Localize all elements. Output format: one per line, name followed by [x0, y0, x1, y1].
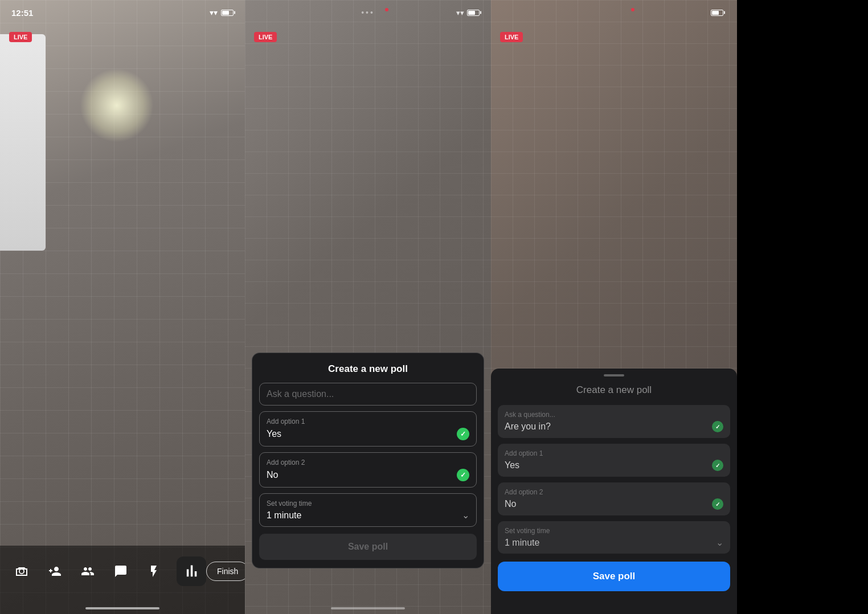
group-icon[interactable]	[77, 561, 98, 582]
voting-time-row: 1 minute ⌄	[505, 537, 723, 548]
home-indicator	[85, 607, 159, 609]
live-badge: LIVE	[254, 32, 277, 42]
voting-time-label: Set voting time	[505, 527, 723, 535]
modal-title: Create a new poll	[252, 353, 484, 383]
option2-check-icon	[712, 498, 723, 510]
option2-field[interactable]: Add option 2 No	[259, 452, 477, 488]
light-effect	[80, 68, 154, 142]
option1-check-icon	[712, 460, 723, 471]
time-display: 12:51	[11, 8, 33, 18]
recording-dot	[631, 8, 634, 11]
chevron-down-icon: ⌄	[462, 510, 469, 521]
option2-value-row: No	[505, 498, 723, 510]
toolbar: Finish	[0, 546, 245, 614]
option1-value: Yes	[505, 460, 519, 470]
status-bar: 12:51 ▾▾	[0, 0, 245, 25]
option2-value-row: No	[267, 469, 469, 481]
option2-value: No	[267, 470, 278, 480]
chat-icon[interactable]	[110, 561, 131, 582]
status-right-icons: ▾▾	[456, 9, 480, 17]
option1-value-row: Yes	[267, 428, 469, 440]
option1-label: Add option 1	[505, 449, 723, 457]
question-check-icon	[712, 421, 723, 432]
question-placeholder: Ask a question...	[267, 389, 469, 399]
status-bar	[491, 0, 737, 25]
voting-time-value: 1 minute	[267, 510, 301, 521]
create-poll-modal: Create a new poll Ask a question... Add …	[252, 353, 484, 568]
option2-field[interactable]: Add option 2 No	[498, 482, 730, 515]
status-bar: ••• ▾▾	[245, 0, 491, 25]
question-field[interactable]: Ask a question... Are you in?	[498, 405, 730, 438]
battery-icon	[467, 10, 480, 16]
panel-right: LIVE Create a new poll Ask a question...…	[491, 0, 737, 614]
save-poll-button[interactable]: Save poll	[498, 562, 730, 591]
chart-icon[interactable]	[177, 556, 206, 586]
voting-time-field[interactable]: Set voting time 1 minute ⌄	[498, 521, 730, 554]
option1-field[interactable]: Add option 1 Yes	[498, 444, 730, 477]
option1-label: Add option 1	[267, 417, 469, 425]
camera-icon[interactable]	[11, 561, 32, 582]
live-badge: LIVE	[9, 32, 32, 42]
option1-value: Yes	[267, 429, 281, 439]
create-poll-sheet: Create a new poll Ask a question... Are …	[491, 369, 737, 614]
signal-dots: •••	[361, 8, 375, 17]
wifi-icon: ▾▾	[456, 9, 464, 17]
voting-time-label: Set voting time	[267, 500, 469, 507]
recording-dot	[385, 8, 388, 11]
wifi-icon: ▾▾	[210, 8, 218, 17]
option1-field[interactable]: Add option 1 Yes	[259, 411, 477, 447]
option1-check-icon	[457, 428, 469, 440]
voting-time-row: 1 minute ⌄	[267, 510, 469, 521]
question-value: Are you in?	[505, 421, 551, 432]
home-indicator	[331, 607, 405, 609]
status-icons: ▾▾	[210, 8, 234, 17]
sheet-title: Create a new poll	[491, 384, 737, 396]
option1-value-row: Yes	[505, 460, 723, 471]
question-placeholder-label: Ask a question...	[505, 411, 723, 419]
panel-left: 12:51 ▾▾ LIVE	[0, 0, 245, 614]
add-friend-icon[interactable]	[44, 561, 65, 582]
option2-label: Add option 2	[267, 459, 469, 466]
option2-value: No	[505, 499, 516, 509]
save-poll-button[interactable]: Save poll	[259, 534, 477, 560]
voting-time-value: 1 minute	[505, 538, 539, 548]
lightning-icon[interactable]	[144, 561, 164, 582]
panel-middle: ••• ▾▾ LIVE Create a new poll Ask a ques…	[245, 0, 491, 614]
sheet-handle	[604, 374, 624, 376]
option2-label: Add option 2	[505, 488, 723, 496]
toolbar-icon-group	[11, 556, 206, 586]
voting-time-field[interactable]: Set voting time 1 minute ⌄	[259, 493, 477, 527]
battery-icon	[711, 10, 723, 16]
live-badge: LIVE	[500, 32, 523, 42]
option2-check-icon	[457, 469, 469, 481]
white-object	[0, 34, 46, 251]
question-value-row: Are you in?	[505, 421, 723, 432]
finish-button[interactable]: Finish	[206, 562, 245, 581]
chevron-down-icon: ⌄	[716, 537, 723, 548]
question-field[interactable]: Ask a question...	[259, 383, 477, 406]
battery-icon	[221, 10, 234, 16]
